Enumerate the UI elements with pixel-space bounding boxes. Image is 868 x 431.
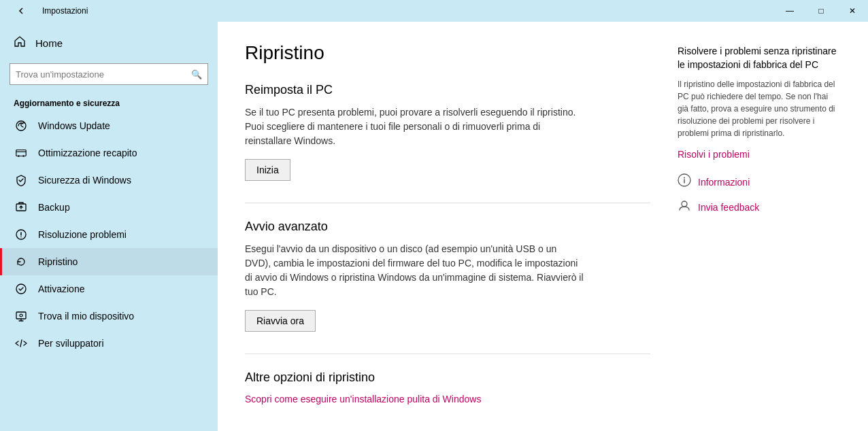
informazioni-item[interactable]: Informazioni [678,173,841,190]
nav-item-attivazione[interactable]: Attivazione [0,275,218,303]
delivery-icon [14,147,29,159]
nav-label: Windows Update [38,120,110,131]
search-icon: 🔍 [191,69,202,80]
nav-label: Risoluzione problemi [38,229,127,240]
nav-label: Trova il mio dispositivo [38,311,134,322]
helper-desc: Il ripristino delle impostazioni di fabb… [678,78,841,139]
titlebar: Impostazioni — □ ✕ [0,0,868,22]
app-container: Home 🔍 Aggiornamento e sicurezza Windows… [0,22,868,431]
home-icon [14,35,26,51]
shield-icon [14,174,29,186]
nav-item-sicurezza-windows[interactable]: Sicurezza di Windows [0,167,218,194]
svg-point-6 [20,237,22,238]
nav-item-risoluzione-problemi[interactable]: Risoluzione problemi [0,221,218,248]
window-controls: — □ ✕ [774,0,868,22]
inizia-button[interactable]: Inizia [245,159,290,181]
svg-point-7 [16,284,26,294]
app-title: Impostazioni [42,6,88,16]
sidebar-home[interactable]: Home [0,27,218,59]
home-label: Home [35,37,63,49]
helper-title: Risolvere i problemi senza ripristinare … [678,45,841,71]
riavvia-button[interactable]: Riavvia ora [245,310,316,332]
minimize-button[interactable]: — [774,0,805,22]
nav-item-per-sviluppatori[interactable]: Per sviluppatori [0,330,218,357]
main-content: Ripristino Reimposta il PC Se il tuo PC … [218,22,868,431]
invia-feedback-link[interactable]: Invia feedback [698,202,759,213]
page-title: Ripristino [245,42,650,64]
avvio-desc: Esegui l'avvio da un dispositivo o un di… [245,242,585,299]
svg-point-12 [682,201,687,207]
divider-1 [245,203,650,203]
restore-icon [14,256,29,268]
section-label: Aggiornamento e sicurezza [0,93,218,112]
find-device-icon [14,310,29,322]
svg-rect-1 [16,150,26,156]
reimposta-desc: Se il tuo PC presenta problemi, puoi pro… [245,105,585,148]
sidebar: Home 🔍 Aggiornamento e sicurezza Windows… [0,22,218,431]
nav-label: Ripristino [38,256,78,267]
activation-icon [14,283,29,295]
nav-item-ripristino[interactable]: Ripristino [0,248,218,275]
informazioni-icon [678,173,691,190]
invia-feedback-item[interactable]: Invia feedback [678,199,841,216]
svg-point-11 [684,177,685,179]
developer-icon [14,337,29,349]
nav-label: Ottimizzazione recapito [38,148,137,158]
nav-label: Sicurezza di Windows [38,175,131,186]
nav-item-backup[interactable]: Backup [0,194,218,221]
altre-opzioni-title: Altre opzioni di ripristino [245,370,650,385]
nav-item-trova-dispositivo[interactable]: Trova il mio dispositivo [0,303,218,330]
risolvi-link[interactable]: Risolvi i problemi [678,149,841,160]
svg-rect-8 [16,312,26,319]
content-secondary: Risolvere i problemi senza ripristinare … [678,42,841,411]
installazione-pulita-link[interactable]: Scopri come eseguire un'installazione pu… [245,394,481,404]
divider-2 [245,354,650,354]
search-box[interactable]: 🔍 [10,63,208,85]
search-input[interactable] [16,69,191,80]
avvio-title: Avvio avanzato [245,220,650,234]
feedback-icon [678,199,691,216]
close-button[interactable]: ✕ [837,0,868,22]
backup-icon [14,201,29,213]
nav-label: Per sviluppatori [38,338,104,349]
nav-label: Attivazione [38,283,84,294]
troubleshoot-icon [14,228,29,241]
svg-point-3 [22,155,24,157]
back-button[interactable] [5,0,37,22]
windows-update-icon [14,120,29,132]
maximize-button[interactable]: □ [805,0,837,22]
nav-label: Backup [38,202,70,213]
content-primary: Ripristino Reimposta il PC Se il tuo PC … [245,42,650,411]
nav-item-windows-update[interactable]: Windows Update [0,112,218,139]
svg-point-2 [18,155,20,157]
nav-item-ottimizzazione-recapito[interactable]: Ottimizzazione recapito [0,139,218,167]
reimposta-title: Reimposta il PC [245,83,650,97]
svg-point-9 [20,314,22,317]
informazioni-link[interactable]: Informazioni [698,177,750,188]
